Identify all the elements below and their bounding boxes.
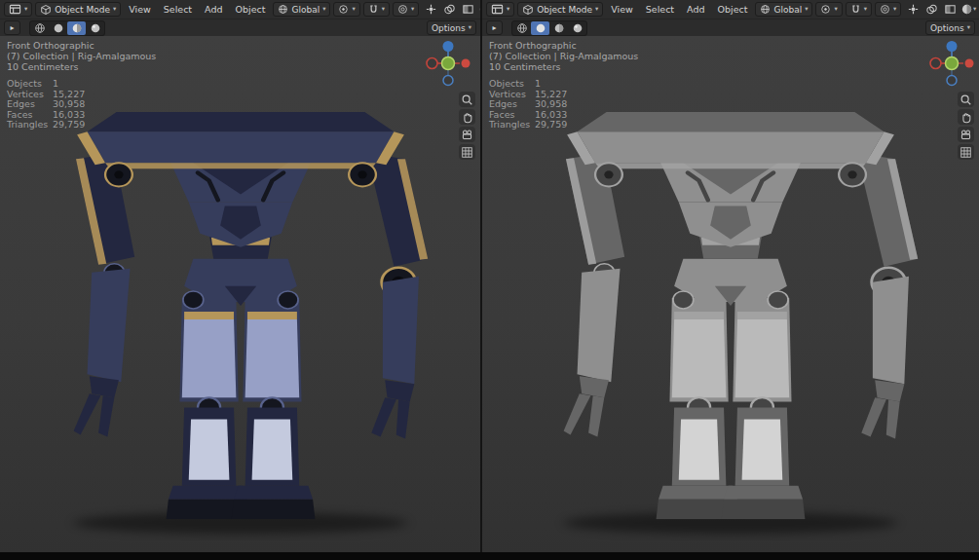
shading-wireframe-button[interactable] <box>512 21 531 35</box>
editor-type-button[interactable]: ▾ <box>486 2 514 17</box>
grid-icon <box>461 146 473 159</box>
gizmo-axis-x-positive[interactable] <box>462 59 471 68</box>
mech-model-solid-shading[interactable] <box>516 91 945 541</box>
gizmo-axis-z-positive[interactable] <box>947 41 958 52</box>
gizmo-axis-z-negative[interactable] <box>947 76 957 86</box>
menu-view[interactable]: View <box>606 4 638 15</box>
pivot-point-button[interactable]: ▾ <box>815 2 842 17</box>
viewport-split: ▾ Object Mode ▾ View Select Add Object G… <box>0 0 979 552</box>
options-button[interactable]: Options ▾ <box>427 20 476 35</box>
chevron-down-icon: ▾ <box>973 6 976 13</box>
xray-toggle-button[interactable] <box>941 2 959 17</box>
active-collection: (7) Collection | Rig-Amalgamous <box>7 51 156 61</box>
grid-icon <box>960 146 972 159</box>
stat-objects: Objects1 <box>489 79 567 90</box>
viewport-3d-left[interactable]: Front Orthographic (7) Collection | Rig-… <box>0 36 480 552</box>
camera-view-button[interactable] <box>958 127 974 142</box>
menu-select[interactable]: Select <box>641 4 679 15</box>
toolbar-toggle-button[interactable]: ▸ <box>486 20 503 35</box>
chevron-down-icon: ▾ <box>469 24 471 31</box>
chevron-down-icon: ▾ <box>382 6 385 13</box>
chevron-down-icon: ▾ <box>113 6 116 13</box>
magnifier-icon <box>461 93 473 106</box>
shading-rendered-button[interactable] <box>568 21 586 35</box>
gizmo-axis-x-negative[interactable] <box>930 58 941 69</box>
mech-model-material-preview[interactable] <box>26 91 455 541</box>
shading-rendered-button[interactable] <box>86 21 104 35</box>
transform-orientation-button[interactable]: Global ▾ <box>755 2 812 17</box>
pivot-point-button[interactable]: ▾ <box>333 2 359 17</box>
proportional-editing-button[interactable]: ▾ <box>875 2 901 17</box>
gizmo-axis-y[interactable] <box>442 57 455 70</box>
camera-icon <box>960 129 972 141</box>
proportional-editing-button[interactable]: ▾ <box>393 2 419 17</box>
menu-object[interactable]: Object <box>713 4 753 15</box>
viewport-editor-icon <box>491 3 504 16</box>
gizmo-axis-x-positive[interactable] <box>965 59 974 68</box>
object-mode-cube-icon <box>522 4 534 16</box>
hand-icon <box>960 111 972 124</box>
transform-orientation-button[interactable]: Global ▾ <box>273 2 330 17</box>
editor-type-button[interactable]: ▾ <box>4 2 32 17</box>
shading-solid-button[interactable] <box>49 21 67 35</box>
gizmo-axis-y[interactable] <box>946 57 959 70</box>
show-overlays-button[interactable] <box>923 2 940 17</box>
mode-select-button[interactable]: Object Mode ▾ <box>35 2 121 17</box>
zoom-button[interactable] <box>958 92 974 107</box>
grid-scale: 10 Centimeters <box>7 61 156 72</box>
viewport-header-right-row2: ▸ Options ▾ <box>482 19 979 36</box>
show-gizmos-button[interactable] <box>904 2 922 17</box>
view-name: Front Orthographic <box>7 40 156 51</box>
snap-button[interactable]: ▾ <box>846 2 872 17</box>
gizmo-axis-z-negative[interactable] <box>443 76 453 86</box>
pan-button[interactable] <box>459 109 475 125</box>
stat-objects: Objects1 <box>7 79 85 90</box>
xray-toggle-button[interactable] <box>459 2 476 17</box>
snap-button[interactable]: ▾ <box>363 2 390 17</box>
options-label: Options <box>930 23 964 33</box>
gizmo-axis-z-positive[interactable] <box>443 41 454 52</box>
grid-toggle-button[interactable] <box>459 144 475 160</box>
toolbar-toggle-button[interactable]: ▸ <box>4 20 20 35</box>
show-overlays-button[interactable] <box>440 2 458 17</box>
hand-icon <box>461 111 473 124</box>
chevron-down-icon: ▾ <box>595 6 598 13</box>
shading-solid-button[interactable] <box>531 21 549 35</box>
grid-toggle-button[interactable] <box>958 144 974 160</box>
viewport-3d-right[interactable]: Front Orthographic (7) Collection | Rig-… <box>482 36 979 552</box>
magnet-icon <box>850 4 861 15</box>
menu-select[interactable]: Select <box>159 4 197 15</box>
shading-material-preview-button[interactable] <box>67 21 86 35</box>
chevron-down-icon: ▾ <box>805 6 808 13</box>
grid-scale: 10 Centimeters <box>489 61 638 72</box>
shading-mode-group <box>511 20 587 36</box>
magnifier-icon <box>960 93 972 106</box>
shading-wireframe-button[interactable] <box>30 21 49 35</box>
viewport-tools <box>459 92 475 160</box>
active-collection: (7) Collection | Rig-Amalgamous <box>489 51 638 61</box>
gizmo-axis-x-negative[interactable] <box>427 58 437 69</box>
options-button[interactable]: Options ▾ <box>925 20 975 35</box>
view-info-overlay: Front Orthographic (7) Collection | Rig-… <box>7 40 156 72</box>
chevron-down-icon: ▾ <box>352 6 355 13</box>
show-gizmos-button[interactable] <box>422 2 439 17</box>
play-icon: ▸ <box>492 23 496 32</box>
navigation-gizmo[interactable] <box>926 38 977 89</box>
pan-button[interactable] <box>958 109 974 125</box>
chevron-down-icon: ▾ <box>507 6 509 13</box>
header-toggle-cluster: ▾ <box>904 2 977 17</box>
menu-view[interactable]: View <box>124 4 156 15</box>
shading-material-preview-button[interactable] <box>549 21 568 35</box>
navigation-gizmo[interactable] <box>423 38 473 89</box>
mode-select-button[interactable]: Object Mode ▾ <box>517 2 603 17</box>
orientation-label: Global <box>291 5 320 15</box>
chevron-down-icon: ▾ <box>411 6 414 13</box>
menu-add[interactable]: Add <box>200 4 227 15</box>
viewport-shading-button[interactable]: ▾ <box>960 2 977 17</box>
viewport-pane-left: ▾ Object Mode ▾ View Select Add Object G… <box>0 0 480 552</box>
viewport-editor-icon <box>9 3 21 16</box>
menu-object[interactable]: Object <box>231 4 271 15</box>
camera-view-button[interactable] <box>459 127 475 142</box>
zoom-button[interactable] <box>459 92 475 107</box>
menu-add[interactable]: Add <box>682 4 709 15</box>
